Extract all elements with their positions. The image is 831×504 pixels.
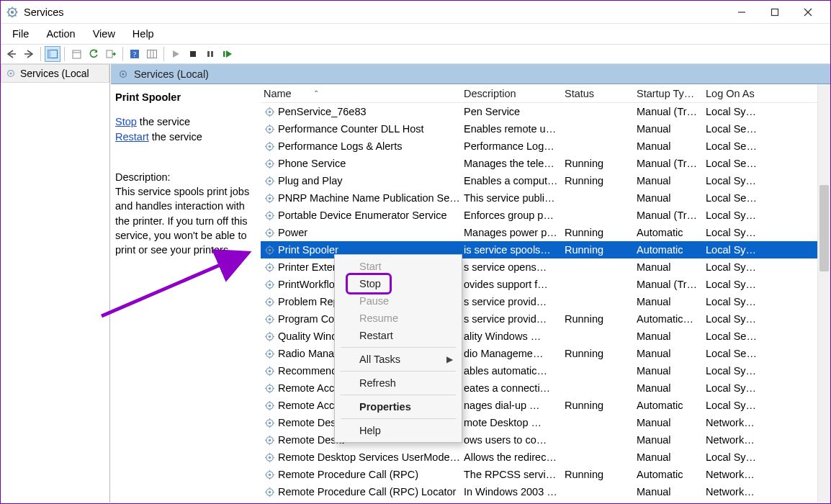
svg-point-41 (268, 127, 270, 130)
service-startup: Manual (634, 365, 703, 377)
service-startup: Manual (634, 486, 703, 498)
service-startup: Manual (Tr… (634, 106, 703, 117)
service-logon: Local Sy… (703, 261, 789, 273)
toolbar-restart-button[interactable] (220, 46, 235, 62)
pane-header: Services (Local) (111, 64, 830, 84)
service-name: Phone Service (278, 158, 346, 169)
table-row[interactable]: PowerManages power p…RunningAutomaticLoc… (261, 224, 830, 241)
service-startup: Manual (Tr… (634, 210, 703, 221)
toolbar-properties-button[interactable] (68, 46, 84, 62)
vertical-scrollbar[interactable] (817, 84, 830, 503)
toolbar-back-button[interactable] (4, 46, 19, 62)
svg-point-65 (268, 197, 270, 199)
context-menu-separator (341, 395, 456, 395)
service-logon: Local Se… (703, 348, 789, 359)
table-row[interactable]: PNRP Machine Name Publication Se…This se… (261, 189, 830, 207)
maximize-button[interactable] (758, 2, 791, 22)
pane-title: Services (Local) (134, 68, 209, 80)
service-description: This service publis… (461, 192, 562, 204)
toolbar-stop-button[interactable] (185, 46, 201, 62)
close-button[interactable] (791, 2, 825, 22)
context-menu-item-help[interactable]: Help (336, 422, 460, 439)
toolbar-forward-button[interactable] (21, 46, 37, 62)
svg-point-119 (268, 352, 270, 354)
stop-service-link[interactable]: Stop (115, 116, 137, 127)
toolbar-pause-button[interactable] (202, 46, 218, 62)
toolbar-start-button[interactable] (168, 46, 184, 62)
service-status: Running (562, 158, 634, 169)
svg-point-35 (268, 110, 270, 112)
svg-line-9 (9, 14, 10, 16)
service-description: s service provid… (461, 313, 562, 325)
service-name: PrintWorkflow (278, 279, 342, 290)
col-description[interactable]: Description (461, 88, 562, 99)
column-headers[interactable]: Name⌃ Description Status Startup Ty… Log… (261, 84, 830, 103)
service-startup: Manual (Tr… (634, 279, 703, 290)
service-startup: Manual (634, 382, 703, 394)
service-startup: Manual (634, 434, 703, 446)
table-row[interactable]: Remote Desktop Services UserMode…Allows … (261, 449, 830, 466)
toolbar-refresh-button[interactable] (86, 46, 102, 62)
toolbar-sep (64, 47, 65, 61)
col-log-on-as[interactable]: Log On As (703, 88, 789, 99)
toolbar-export-button[interactable] (103, 46, 119, 62)
col-status[interactable]: Status (562, 88, 634, 99)
toolbar-sep (122, 47, 123, 61)
context-menu-item-resume: Resume (336, 310, 460, 327)
gear-icon (264, 244, 275, 256)
svg-point-107 (268, 318, 270, 320)
toolbar-showhide-tree-button[interactable] (45, 46, 60, 62)
minimize-button[interactable] (725, 2, 758, 22)
service-startup: Automatic… (634, 313, 703, 325)
svg-rect-28 (211, 51, 213, 57)
service-description: Performance Logs … (461, 140, 562, 152)
service-logon: Local Sy… (703, 365, 789, 377)
toolbar-help-button[interactable]: ? (127, 46, 143, 62)
context-menu-separator (341, 418, 456, 419)
service-status: Running (562, 313, 634, 325)
service-logon: Local Se… (703, 140, 789, 152)
service-name: Recommende (278, 365, 343, 377)
service-logon: Local Sy… (703, 210, 789, 221)
gear-icon (6, 68, 16, 78)
gear-icon (264, 261, 275, 273)
service-logon: Local Sy… (703, 400, 789, 411)
table-row[interactable]: Remote Procedure Call (RPC) LocatorIn Wi… (261, 483, 830, 500)
scrollbar-thumb[interactable] (819, 185, 829, 271)
table-row[interactable]: Performance Logs & AlertsPerformance Log… (261, 138, 830, 155)
table-row[interactable]: Phone ServiceManages the tele…RunningMan… (261, 155, 830, 172)
table-row[interactable]: Remote Procedure Call (RPC)The RPCSS ser… (261, 466, 830, 483)
table-row[interactable]: Performance Counter DLL HostEnables remo… (261, 120, 830, 138)
menu-action[interactable]: Action (37, 25, 84, 42)
context-menu-item-stop[interactable]: Stop (336, 275, 460, 292)
table-row[interactable]: Plug and PlayEnables a comput…RunningMan… (261, 172, 830, 189)
restart-service-link[interactable]: Restart (115, 131, 149, 143)
menu-view[interactable]: View (84, 25, 124, 42)
context-menu[interactable]: StartStopPauseResumeRestartAll Tasks▶Ref… (334, 254, 462, 443)
table-row[interactable]: PenService_76e83Pen ServiceManual (Tr…Lo… (261, 103, 830, 120)
toolbar-sep (40, 47, 41, 61)
nav-item-services-local[interactable]: Services (Local (1, 64, 109, 83)
service-startup: Automatic (634, 400, 703, 411)
service-startup: Manual (634, 348, 703, 359)
service-description: ality Windows … (461, 330, 562, 342)
menu-file[interactable]: File (4, 25, 37, 42)
context-menu-item-all-tasks[interactable]: All Tasks▶ (336, 351, 460, 368)
context-menu-item-properties[interactable]: Properties (336, 398, 460, 415)
col-name[interactable]: Name⌃ (261, 88, 461, 99)
gear-icon (264, 123, 275, 135)
table-row[interactable]: Portable Device Enumerator ServiceEnforc… (261, 207, 830, 224)
context-menu-item-restart[interactable]: Restart (336, 327, 460, 344)
service-description: eates a connecti… (461, 382, 562, 394)
nav-tree[interactable]: Services (Local (1, 64, 110, 503)
toolbar-columns-button[interactable] (144, 46, 160, 62)
col-startup-type[interactable]: Startup Ty… (634, 88, 703, 99)
svg-rect-27 (207, 51, 210, 57)
service-description: ovides support f… (461, 279, 562, 290)
menu-help[interactable]: Help (124, 25, 163, 42)
service-name: Print Spooler (278, 244, 338, 256)
context-menu-item-refresh[interactable]: Refresh (336, 374, 460, 392)
toolbar: ? (1, 44, 830, 64)
service-logon: Local Sy… (703, 451, 789, 463)
service-description: mote Desktop … (461, 417, 562, 428)
